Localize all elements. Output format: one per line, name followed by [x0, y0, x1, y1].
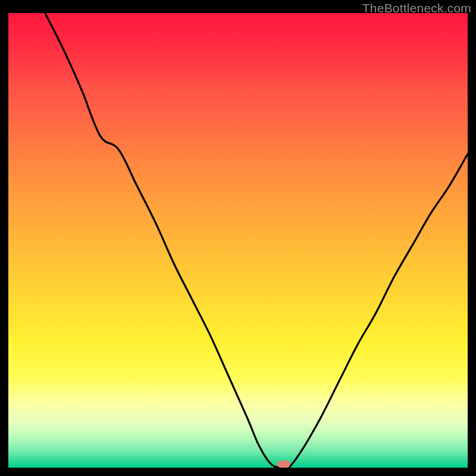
chart-frame: TheBottleneck.com: [0, 0, 476, 476]
bottleneck-curve: [8, 13, 468, 468]
optimal-point-marker: [277, 461, 290, 468]
plot-area: [8, 13, 468, 468]
